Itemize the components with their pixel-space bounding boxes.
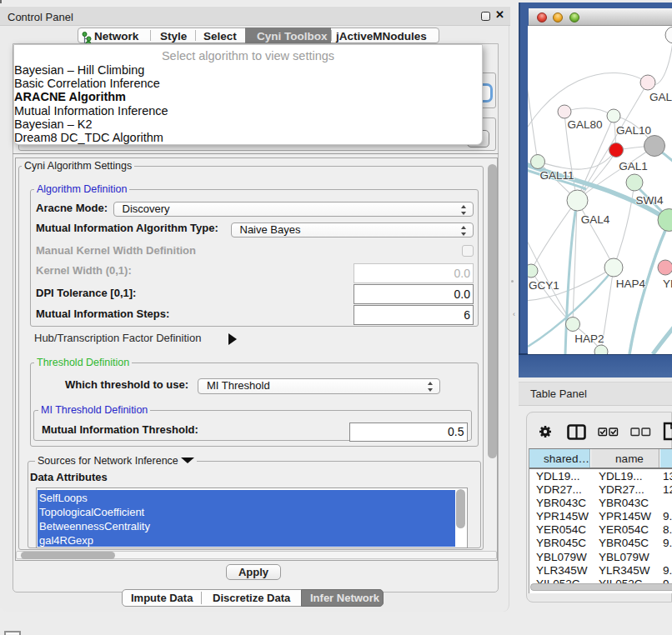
svg-text:HAP4: HAP4: [616, 278, 646, 290]
svg-text:SWI4: SWI4: [635, 194, 663, 207]
svg-text:GCY1: GCY1: [529, 279, 559, 292]
svg-text:GAL11: GAL11: [539, 169, 574, 182]
svg-text:YB: YB: [663, 278, 672, 290]
svg-text:HAP2: HAP2: [574, 332, 604, 345]
svg-text:GAL2: GAL2: [649, 91, 672, 103]
svg-text:GAL10: GAL10: [616, 124, 651, 137]
svg-text:GAL4: GAL4: [581, 213, 610, 226]
svg-text:GAL80: GAL80: [567, 118, 602, 131]
svg-text:GAL1: GAL1: [619, 160, 648, 172]
